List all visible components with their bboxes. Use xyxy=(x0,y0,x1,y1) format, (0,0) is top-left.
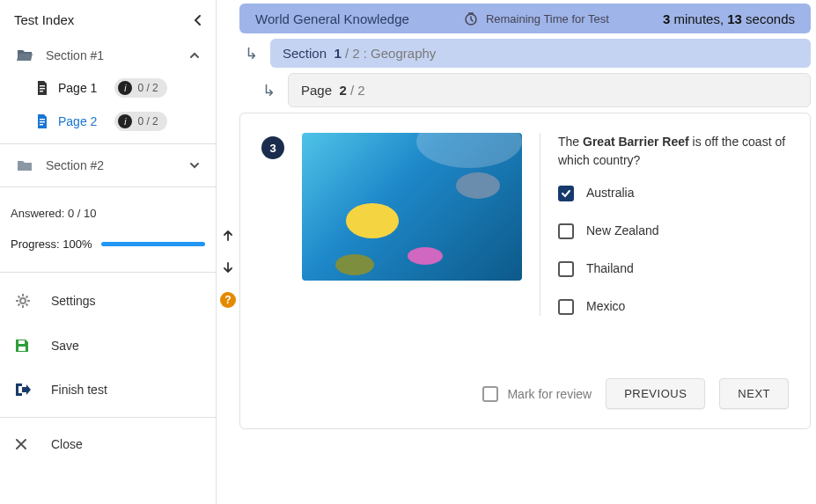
chevron-down-icon xyxy=(189,162,200,169)
remaining-time-label: Remaining Time for Test xyxy=(486,12,609,26)
answered-count: Answered: 0 / 10 xyxy=(0,193,216,229)
timer-display: 3 minutes, 13 seconds xyxy=(663,11,795,26)
help-button[interactable]: ? xyxy=(220,292,236,308)
test-title: World General Knowledge xyxy=(255,11,409,26)
breadcrumb-arrow-icon: ↳ xyxy=(239,44,261,63)
question-image xyxy=(302,133,522,281)
question-panel: 3 The Great Barrier Reef is off the coas… xyxy=(239,113,811,429)
checkbox-checked-icon xyxy=(558,186,574,201)
page-score-pill: i 0 / 2 xyxy=(114,78,166,98)
close-icon xyxy=(14,437,33,451)
save-icon xyxy=(14,338,33,354)
checkbox-icon xyxy=(558,223,574,239)
svg-rect-1 xyxy=(40,88,45,89)
folder-icon xyxy=(16,158,33,172)
section-header-2[interactable]: Section #2 xyxy=(11,150,205,181)
option-mexico[interactable]: Mexico xyxy=(558,297,789,316)
main-content: World General Knowledge Remaining Time f… xyxy=(239,0,816,504)
section-header-1[interactable]: Section #1 xyxy=(11,40,205,71)
page-breadcrumb: Page 2 / 2 xyxy=(288,73,811,107)
section-label: Section #1 xyxy=(46,48,104,62)
page-label: Page 2 xyxy=(58,114,97,128)
page-icon xyxy=(35,80,49,96)
checkbox-icon xyxy=(558,299,574,315)
collapse-sidebar-button[interactable] xyxy=(193,14,202,26)
scroll-down-button[interactable] xyxy=(221,260,235,274)
svg-rect-8 xyxy=(18,347,26,351)
question-number: 3 xyxy=(261,136,284,159)
mark-for-review-toggle[interactable]: Mark for review xyxy=(482,386,592,402)
progress-bar xyxy=(101,242,206,246)
svg-rect-0 xyxy=(40,85,45,86)
checkbox-icon xyxy=(558,261,574,277)
settings-button[interactable]: Settings xyxy=(0,278,216,324)
svg-rect-5 xyxy=(40,124,43,125)
sidebar-title: Test Index xyxy=(14,12,74,27)
page-label: Page 1 xyxy=(58,81,97,95)
gear-icon xyxy=(14,292,33,310)
page-score-pill: i 0 / 2 xyxy=(114,112,166,131)
svg-rect-3 xyxy=(40,119,45,120)
progress-label: Progress: 100% xyxy=(11,237,92,251)
next-button[interactable]: NEXT xyxy=(719,378,789,409)
section-breadcrumb: Section 1 / 2 : Geography xyxy=(270,39,811,68)
vertical-nav: ? xyxy=(217,0,239,504)
svg-rect-4 xyxy=(40,121,45,122)
close-button[interactable]: Close xyxy=(0,423,216,465)
exit-icon xyxy=(14,382,33,398)
save-button[interactable]: Save xyxy=(0,324,216,368)
svg-point-6 xyxy=(20,298,26,303)
chevron-up-icon xyxy=(189,52,200,59)
finish-test-button[interactable]: Finish test xyxy=(0,368,216,412)
svg-rect-2 xyxy=(40,91,43,91)
previous-button[interactable]: PREVIOUS xyxy=(606,378,705,409)
page-item-1[interactable]: Page 1 i 0 / 2 xyxy=(11,71,205,105)
scroll-up-button[interactable] xyxy=(221,229,235,243)
breadcrumb-arrow-icon: ↳ xyxy=(257,81,279,100)
info-icon: i xyxy=(118,114,132,128)
folder-open-icon xyxy=(16,48,33,62)
checkbox-icon xyxy=(482,386,498,402)
page-icon xyxy=(35,113,49,129)
sidebar: Test Index Section #1 Page 1 xyxy=(0,0,217,504)
clock-icon xyxy=(463,11,479,26)
info-icon: i xyxy=(118,81,132,95)
option-new-zealand[interactable]: New Zealand xyxy=(558,222,789,240)
question-prompt: The Great Barrier Reef is off the coast … xyxy=(558,133,789,170)
option-australia[interactable]: Australia xyxy=(558,184,789,202)
test-header-bar: World General Knowledge Remaining Time f… xyxy=(239,4,811,33)
page-item-2[interactable]: Page 2 i 0 / 2 xyxy=(11,105,205,138)
option-thailand[interactable]: Thailand xyxy=(558,259,789,278)
section-label: Section #2 xyxy=(46,158,104,172)
svg-rect-7 xyxy=(18,340,25,344)
